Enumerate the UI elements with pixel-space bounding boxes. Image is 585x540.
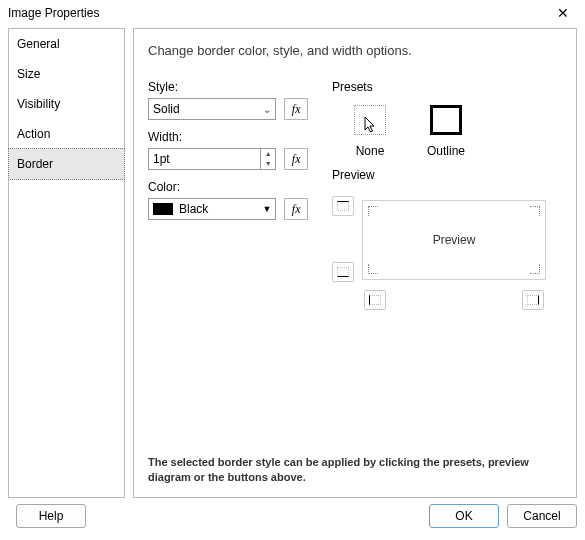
dialog-footer: Help OK Cancel: [0, 498, 585, 528]
style-combo[interactable]: Solid ⌄: [148, 98, 276, 120]
preview-text: Preview: [433, 233, 476, 247]
presets-label: Presets: [332, 80, 562, 94]
width-expression-button[interactable]: fx: [284, 148, 308, 170]
titlebar: Image Properties ✕: [0, 0, 585, 28]
fx-icon: fx: [292, 152, 301, 167]
help-button[interactable]: Help: [16, 504, 86, 528]
style-expression-button[interactable]: fx: [284, 98, 308, 120]
width-spinner[interactable]: 1pt ▲ ▼: [148, 148, 276, 170]
color-label: Color:: [148, 180, 308, 194]
sidebar-item-label: Visibility: [17, 97, 60, 111]
preset-none-icon: [354, 105, 386, 135]
corner-marker-icon: [530, 206, 540, 216]
sidebar-item-general[interactable]: General: [9, 29, 124, 59]
fx-icon: fx: [292, 102, 301, 117]
border-left-button[interactable]: [364, 290, 386, 310]
preset-none[interactable]: None: [350, 102, 390, 158]
color-value: Black: [179, 202, 208, 216]
sidebar-item-size[interactable]: Size: [9, 59, 124, 89]
preset-outline-label: Outline: [427, 144, 465, 158]
chevron-down-icon: ⌄: [263, 104, 271, 115]
sidebar-item-visibility[interactable]: Visibility: [9, 89, 124, 119]
preview-diagram[interactable]: Preview: [328, 190, 562, 314]
corner-marker-icon: [530, 264, 540, 274]
border-right-button[interactable]: [522, 290, 544, 310]
sidebar-item-label: Action: [17, 127, 50, 141]
preview-label: Preview: [332, 168, 562, 182]
sidebar-item-border[interactable]: Border: [8, 148, 125, 180]
page-heading: Change border color, style, and width op…: [148, 43, 562, 58]
spinner-down-icon[interactable]: ▼: [261, 159, 275, 169]
sidebar: General Size Visibility Action Border: [8, 28, 125, 498]
window-title: Image Properties: [8, 6, 99, 20]
preset-outline[interactable]: Outline: [426, 102, 466, 158]
caret-down-icon: ▼: [262, 204, 271, 214]
sidebar-item-label: General: [17, 37, 60, 51]
color-combo[interactable]: Black ▼: [148, 198, 276, 220]
color-swatch: [153, 203, 173, 215]
close-icon[interactable]: ✕: [549, 5, 577, 21]
preset-outline-icon: [430, 105, 462, 135]
sidebar-item-label: Size: [17, 67, 40, 81]
cancel-button[interactable]: Cancel: [507, 504, 577, 528]
style-value: Solid: [153, 102, 180, 116]
style-label: Style:: [148, 80, 308, 94]
color-expression-button[interactable]: fx: [284, 198, 308, 220]
sidebar-item-action[interactable]: Action: [9, 119, 124, 149]
ok-button[interactable]: OK: [429, 504, 499, 528]
fx-icon: fx: [292, 202, 301, 217]
width-label: Width:: [148, 130, 308, 144]
sidebar-item-label: Border: [17, 157, 53, 171]
corner-marker-icon: [368, 264, 378, 274]
border-top-button[interactable]: [332, 196, 354, 216]
hint-text: The selected border style can be applied…: [148, 455, 562, 485]
corner-marker-icon: [368, 206, 378, 216]
border-bottom-button[interactable]: [332, 262, 354, 282]
preset-none-label: None: [356, 144, 385, 158]
width-value: 1pt: [153, 152, 170, 166]
help-label: Help: [39, 509, 64, 523]
preview-box[interactable]: Preview: [362, 200, 546, 280]
content-panel: Change border color, style, and width op…: [133, 28, 577, 498]
cancel-label: Cancel: [523, 509, 560, 523]
spinner-up-icon[interactable]: ▲: [261, 149, 275, 159]
ok-label: OK: [455, 509, 472, 523]
